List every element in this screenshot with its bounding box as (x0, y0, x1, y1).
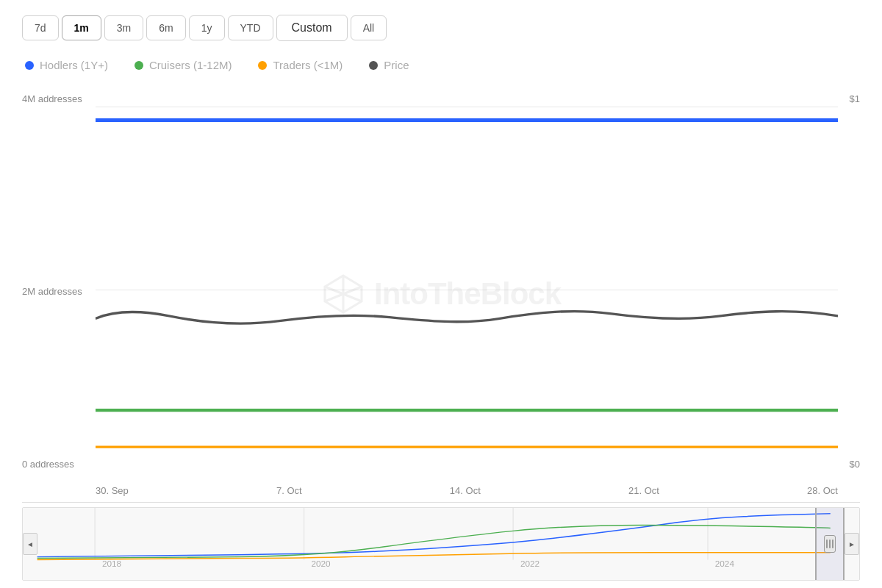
time-filter-bar: 7d 1m 3m 6m 1y YTD Custom All (22, 15, 860, 41)
nav-handle[interactable] (815, 508, 845, 580)
x-label-oct28: 28. Oct (807, 485, 838, 496)
chart-legend: Hodlers (1Y+) Cruisers (1-12M) Traders (… (22, 59, 860, 71)
filter-6m[interactable]: 6m (146, 15, 185, 40)
filter-ytd[interactable]: YTD (228, 15, 273, 40)
x-axis-labels: 30. Sep 7. Oct 14. Oct 21. Oct 28. Oct (96, 485, 838, 496)
svg-text:2020: 2020 (311, 559, 331, 568)
traders-dot (258, 61, 267, 70)
hodlers-dot (25, 61, 34, 70)
svg-text:2022: 2022 (520, 559, 539, 568)
svg-text:2024: 2024 (715, 559, 735, 568)
filter-7d[interactable]: 7d (22, 15, 59, 40)
price-label: Price (384, 59, 409, 71)
nav-handle-icon (824, 535, 836, 553)
nav-left-button[interactable]: ◄ (23, 533, 37, 555)
navigator: ◄ ► 2018 2020 2022 (22, 507, 860, 581)
nav-handle-lines (826, 539, 833, 548)
legend-traders: Traders (<1M) (258, 59, 343, 71)
legend-price: Price (369, 59, 409, 71)
filter-3m[interactable]: 3m (104, 15, 143, 40)
navigator-svg: 2018 2020 2022 2024 (23, 508, 859, 580)
nav-line-3 (832, 539, 833, 548)
main-chart-svg (22, 86, 860, 502)
price-dot (369, 61, 378, 70)
svg-text:2018: 2018 (102, 559, 122, 568)
filter-all[interactable]: All (351, 15, 387, 40)
cruisers-dot (135, 61, 143, 70)
main-container: 7d 1m 3m 6m 1y YTD Custom All Hodlers (1… (0, 0, 882, 588)
x-label-oct21: 21. Oct (628, 485, 659, 496)
nav-line-1 (826, 539, 828, 548)
x-label-oct7: 7. Oct (276, 485, 302, 496)
x-label-oct14: 14. Oct (450, 485, 481, 496)
legend-cruisers: Cruisers (1-12M) (135, 59, 232, 71)
nav-line-2 (829, 539, 831, 548)
chart-area: IntoTheBlock 4M addresses 2M addresses 0… (22, 86, 860, 581)
filter-1m[interactable]: 1m (62, 15, 101, 40)
traders-label: Traders (<1M) (273, 59, 343, 71)
main-chart: IntoTheBlock 4M addresses 2M addresses 0… (22, 86, 860, 503)
legend-hodlers: Hodlers (1Y+) (25, 59, 108, 71)
svg-rect-4 (23, 508, 859, 580)
x-label-sep30: 30. Sep (96, 485, 129, 496)
filter-1y[interactable]: 1y (189, 15, 225, 40)
filter-custom[interactable]: Custom (276, 15, 348, 41)
nav-right-button[interactable]: ► (845, 533, 859, 555)
cruisers-label: Cruisers (1-12M) (149, 59, 232, 71)
hodlers-label: Hodlers (1Y+) (40, 59, 108, 71)
